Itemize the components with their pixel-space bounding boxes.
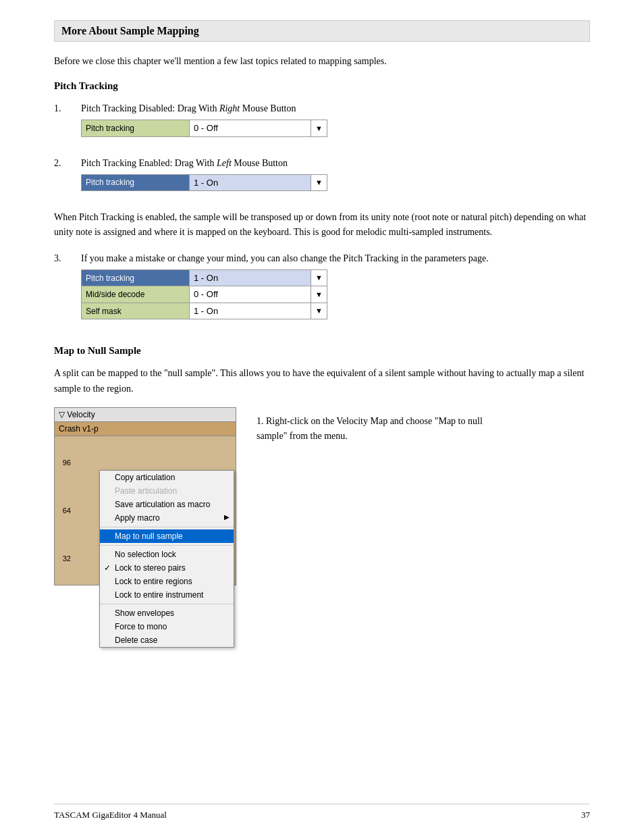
pitch-table-2: Pitch tracking 1 - On ▼ bbox=[81, 174, 327, 192]
item1-label-pre: Pitch Tracking Disabled: Drag With bbox=[81, 103, 219, 113]
section-header: More About Sample Mapping bbox=[54, 20, 590, 42]
dropdown-arrow[interactable]: ▼ bbox=[311, 286, 327, 303]
menu-item[interactable]: Save articulation as macro bbox=[100, 498, 234, 511]
item1-label-post: Mouse Button bbox=[240, 103, 296, 113]
velocity-number: 64 bbox=[63, 506, 71, 515]
dropdown-arrow[interactable]: ▼ bbox=[311, 269, 327, 286]
menu-item[interactable]: Show envelopes bbox=[100, 606, 234, 620]
item1-num: 1. bbox=[54, 101, 81, 149]
menu-item[interactable]: Lock to entire regions bbox=[100, 575, 234, 588]
footer-right: 37 bbox=[581, 810, 590, 820]
param-value: 1 - On bbox=[190, 174, 311, 191]
pitch-tracking-title: Pitch Tracking bbox=[54, 80, 590, 92]
param-label: Mid/side decode bbox=[82, 286, 190, 303]
velocity-number: 32 bbox=[63, 554, 71, 563]
velocity-panel: ▽ Velocity Crash v1-p 966432 Copy articu… bbox=[54, 407, 236, 585]
param-value: 1 - On bbox=[190, 269, 311, 286]
table-row: Pitch tracking 0 - Off ▼ bbox=[82, 120, 327, 137]
table-row: Self mask1 - On▼ bbox=[82, 303, 327, 319]
param-value: 0 - Off bbox=[190, 120, 311, 137]
param-value: 0 - Off bbox=[190, 286, 311, 303]
context-menu-area: ▽ Velocity Crash v1-p 966432 Copy articu… bbox=[54, 407, 590, 585]
menu-item[interactable]: Copy articulation bbox=[100, 471, 234, 484]
map-null-title: Map to Null Sample bbox=[54, 345, 590, 357]
table-row: Pitch tracking1 - On▼ bbox=[82, 269, 327, 286]
menu-item[interactable]: Lock to stereo pairs bbox=[100, 561, 234, 575]
item2-italic: Left bbox=[217, 158, 232, 168]
pitch-table-1: Pitch tracking 0 - Off ▼ bbox=[81, 120, 327, 137]
menu-divider bbox=[100, 545, 234, 546]
footer-left: TASCAM GigaEditor 4 Manual bbox=[54, 810, 167, 820]
menu-item[interactable]: Map to null sample bbox=[100, 529, 234, 543]
map-null-section: Map to Null Sample A split can be mapped… bbox=[54, 345, 590, 585]
pitch-body-text: When Pitch Tracking is enabled, the samp… bbox=[54, 210, 590, 240]
right-description: 1. Right-click on the Velocity Map and c… bbox=[257, 407, 513, 585]
menu-item[interactable]: No selection lock bbox=[100, 548, 234, 561]
menu-item[interactable]: Lock to entire instrument bbox=[100, 588, 234, 602]
numbered-item-1: 1. Pitch Tracking Disabled: Drag With Ri… bbox=[54, 101, 590, 149]
param-value: 1 - On bbox=[190, 303, 311, 319]
item2-num: 2. bbox=[54, 156, 81, 204]
dropdown-arrow[interactable]: ▼ bbox=[311, 120, 327, 137]
velocity-body: 966432 Copy articulationPaste articulati… bbox=[55, 436, 236, 585]
intro-text: Before we close this chapter we'll menti… bbox=[54, 54, 590, 68]
velocity-number: 96 bbox=[63, 459, 71, 467]
item1-italic: Right bbox=[219, 103, 240, 113]
menu-divider bbox=[100, 604, 234, 604]
dropdown-arrow[interactable]: ▼ bbox=[311, 174, 327, 191]
item3-text: If you make a mistake or change your min… bbox=[81, 253, 489, 263]
table-row: Pitch tracking 1 - On ▼ bbox=[82, 174, 327, 191]
pitch-table-3: Pitch tracking1 - On▼Mid/side decode0 - … bbox=[81, 269, 327, 320]
menu-item[interactable]: Apply macro bbox=[100, 511, 234, 525]
item2-label-post: Mouse Button bbox=[232, 158, 288, 168]
velocity-header: ▽ Velocity bbox=[55, 408, 236, 422]
item3-num: 3. bbox=[54, 251, 81, 332]
menu-item[interactable]: Paste articulation bbox=[100, 484, 234, 498]
item3-content: If you make a mistake or change your min… bbox=[81, 251, 590, 332]
menu-item[interactable]: Force to mono bbox=[100, 620, 234, 633]
page-container: More About Sample Mapping Before we clos… bbox=[0, 0, 644, 834]
menu-item[interactable]: Delete case bbox=[100, 633, 234, 647]
item1-content: Pitch Tracking Disabled: Drag With Right… bbox=[81, 101, 590, 149]
footer: TASCAM GigaEditor 4 Manual 37 bbox=[54, 804, 590, 820]
map-null-body: A split can be mapped to the "null sampl… bbox=[54, 366, 590, 396]
velocity-subheader: Crash v1-p bbox=[55, 422, 236, 436]
section-title: More About Sample Mapping bbox=[61, 25, 199, 36]
param-label: Pitch tracking bbox=[82, 269, 190, 286]
table-row: Mid/side decode0 - Off▼ bbox=[82, 286, 327, 303]
item2-label-pre: Pitch Tracking Enabled: Drag With bbox=[81, 158, 217, 168]
menu-divider bbox=[100, 527, 234, 527]
velocity-content: Copy articulationPaste articulationSave … bbox=[74, 436, 236, 585]
dropdown-arrow[interactable]: ▼ bbox=[311, 303, 327, 319]
param-label: Pitch tracking bbox=[82, 174, 190, 191]
param-label: Pitch tracking bbox=[82, 120, 190, 137]
numbered-item-3: 3. If you make a mistake or change your … bbox=[54, 251, 590, 332]
context-menu: Copy articulationPaste articulationSave … bbox=[99, 470, 234, 648]
item2-content: Pitch Tracking Enabled: Drag With Left M… bbox=[81, 156, 590, 204]
numbered-item-2: 2. Pitch Tracking Enabled: Drag With Lef… bbox=[54, 156, 590, 204]
param-label: Self mask bbox=[82, 303, 190, 319]
velocity-numbers: 966432 bbox=[55, 436, 74, 585]
